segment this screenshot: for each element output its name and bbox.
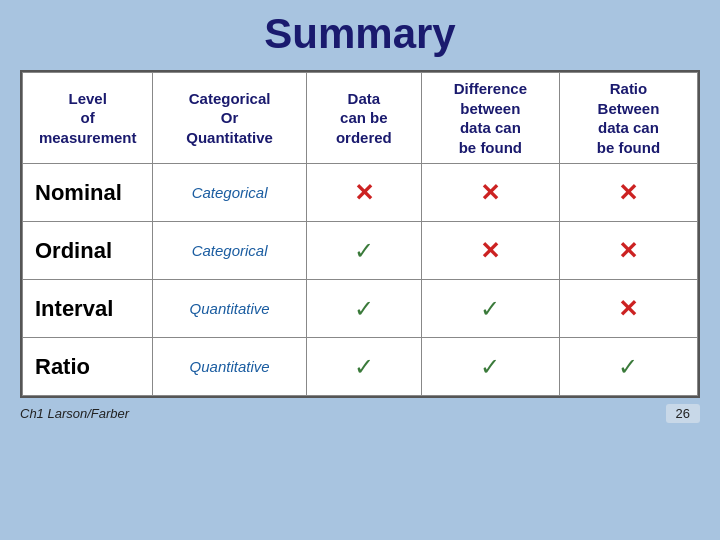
table-row: RatioQuantitative✓✓✓ (23, 338, 698, 396)
cell-level: Ordinal (23, 222, 153, 280)
table-header-row: Level of measurement Categorical Or Quan… (23, 73, 698, 164)
cell-category: Quantitative (153, 338, 306, 396)
table-row: NominalCategorical✕✕✕ (23, 164, 698, 222)
cell-category: Categorical (153, 164, 306, 222)
footer: Ch1 Larson/Farber 26 (20, 404, 700, 423)
footer-citation: Ch1 Larson/Farber (20, 406, 129, 421)
cell-difference: ✓ (421, 338, 559, 396)
cell-ratio: ✕ (559, 164, 697, 222)
table-row: IntervalQuantitative✓✓✕ (23, 280, 698, 338)
cell-data-ordered: ✓ (306, 338, 421, 396)
cell-data-ordered: ✓ (306, 222, 421, 280)
cell-ratio: ✕ (559, 222, 697, 280)
table-row: OrdinalCategorical✓✕✕ (23, 222, 698, 280)
header-category: Categorical Or Quantitative (153, 73, 306, 164)
header-difference: Difference between data can be found (421, 73, 559, 164)
cell-data-ordered: ✕ (306, 164, 421, 222)
header-level: Level of measurement (23, 73, 153, 164)
table-body: NominalCategorical✕✕✕OrdinalCategorical✓… (23, 164, 698, 396)
page-container: Summary Level of measurement Catego (0, 0, 720, 540)
cell-category: Quantitative (153, 280, 306, 338)
cell-ratio: ✕ (559, 280, 697, 338)
footer-page-number: 26 (666, 404, 700, 423)
cell-difference: ✕ (421, 164, 559, 222)
summary-table-wrapper: Level of measurement Categorical Or Quan… (20, 70, 700, 398)
header-ratio: Ratio Between data can be found (559, 73, 697, 164)
header-data-ordered: Data can be ordered (306, 73, 421, 164)
cell-difference: ✕ (421, 222, 559, 280)
cell-category: Categorical (153, 222, 306, 280)
cell-ratio: ✓ (559, 338, 697, 396)
cell-level: Nominal (23, 164, 153, 222)
page-title: Summary (264, 10, 455, 58)
cell-level: Interval (23, 280, 153, 338)
cell-difference: ✓ (421, 280, 559, 338)
cell-level: Ratio (23, 338, 153, 396)
cell-data-ordered: ✓ (306, 280, 421, 338)
summary-table: Level of measurement Categorical Or Quan… (22, 72, 698, 396)
